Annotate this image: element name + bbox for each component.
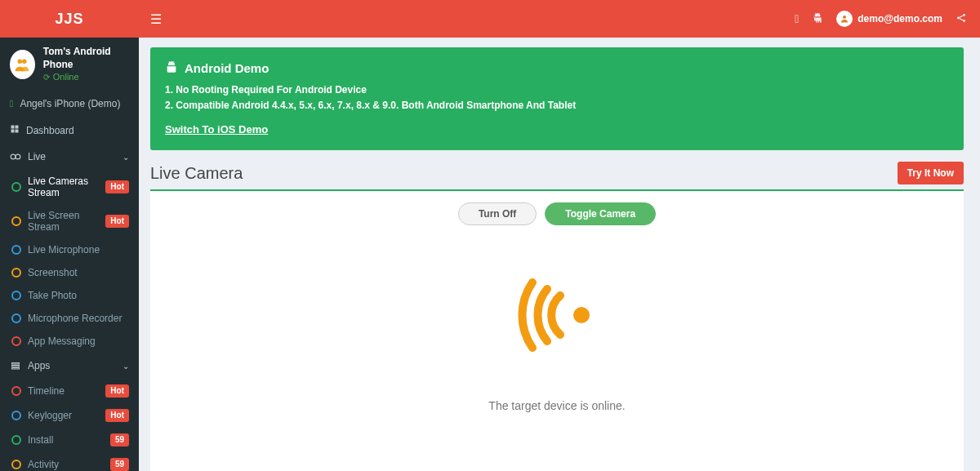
svg-rect-7 [16,126,19,129]
alert-title: Android Demo [185,61,269,75]
badge-count: 59 [110,433,129,447]
info-alert: Android Demo 1. No Rooting Required For … [150,47,964,150]
sidebar-live-microphone[interactable]: Live Microphone [0,238,139,261]
chevron-down-icon: ⌄ [122,153,129,162]
main-content: Android Demo 1. No Rooting Required For … [139,38,980,471]
signal-icon [508,274,606,358]
apple-icon[interactable]:  [795,12,799,25]
page-title: Live Camera [150,164,243,183]
sidebar-timeline[interactable]: Timeline Hot [0,379,139,403]
sidebar-screenshot[interactable]: Screenshot [0,261,139,284]
svg-rect-14 [12,368,20,370]
user-menu[interactable]: demo@demo.com [836,11,942,27]
sidebar-mic-recorder[interactable]: Microphone Recorder [0,307,139,330]
topbar: JJS ☰  demo@demo.com [0,0,980,38]
badge-hot: Hot [105,409,129,422]
apple-icon:  [10,98,13,109]
svg-rect-6 [11,126,15,129]
circle-icon [11,386,21,396]
svg-point-4 [18,59,23,64]
dashboard-icon [10,124,20,136]
avatar [836,11,853,27]
try-it-now-button[interactable]: Try It Now [898,162,964,184]
share-icon[interactable] [956,12,967,26]
sidebar-live-screen[interactable]: Live Screen Stream Hot [0,204,139,238]
circle-icon [11,245,21,255]
sidebar-app-messaging[interactable]: App Messaging [0,330,139,353]
svg-point-11 [16,155,20,160]
svg-rect-12 [12,363,20,365]
badge-hot: Hot [105,384,129,398]
sidebar-switch-device[interactable]:  Angel's iPhone (Demo) [0,91,139,117]
brand-logo[interactable]: JJS [0,0,139,38]
sidebar-keylogger[interactable]: Keylogger Hot [0,403,139,428]
apps-icon [10,361,21,371]
device-panel: Tom's Android Phone ⟳ Online [0,38,139,91]
svg-point-10 [11,155,16,160]
svg-rect-8 [11,130,15,133]
toggle-camera-button[interactable]: Toggle Camera [545,202,656,225]
user-email: demo@demo.com [858,13,942,24]
device-name: Tom's Android Phone [43,46,129,71]
badge-count: 59 [110,458,129,471]
sidebar: Tom's Android Phone ⟳ Online  Angel's i… [0,38,139,471]
circle-icon [11,435,21,445]
live-icon [10,153,21,161]
live-camera-panel: Turn Off Toggle Camera The target device… [150,189,964,471]
refresh-icon: ⟳ [43,72,50,82]
sidebar-take-photo[interactable]: Take Photo [0,284,139,307]
svg-rect-13 [12,366,20,367]
badge-hot: Hot [105,215,129,228]
svg-rect-9 [16,130,19,133]
alert-line-1: 1. No Rooting Required For Android Devic… [165,82,949,98]
circle-icon [11,411,21,420]
switch-ios-link[interactable]: Switch To iOS Demo [165,123,268,136]
device-avatar [10,50,35,79]
svg-point-15 [573,307,590,323]
sidebar-live-cameras[interactable]: Live Cameras Stream Hot [0,170,139,204]
circle-icon [11,182,21,192]
svg-point-5 [22,59,27,64]
turn-off-button[interactable]: Turn Off [458,202,537,225]
circle-icon [11,313,21,323]
chevron-down-icon: ⌄ [122,362,129,371]
sidebar-activity[interactable]: Activity 59 [0,452,139,471]
alert-line-2: 2. Compatible Android 4.4.x, 5.x, 6.x, 7… [165,98,949,113]
circle-icon [11,216,21,226]
device-status: ⟳ Online [43,71,129,82]
circle-icon [11,268,21,278]
device-online-status: The target device is online. [488,399,625,412]
circle-icon [11,336,21,346]
sidebar-section-apps[interactable]: Apps ⌄ [0,353,139,379]
sidebar-section-live[interactable]: Live ⌄ [0,144,139,170]
sidebar-install[interactable]: Install 59 [0,428,139,452]
circle-icon [11,291,21,300]
badge-hot: Hot [105,180,129,193]
android-icon [165,60,178,76]
android-icon[interactable] [812,12,823,26]
sidebar-dashboard[interactable]: Dashboard [0,117,139,144]
sidebar-toggle-button[interactable]: ☰ [139,11,173,27]
svg-point-0 [843,16,846,19]
circle-icon [11,460,21,469]
